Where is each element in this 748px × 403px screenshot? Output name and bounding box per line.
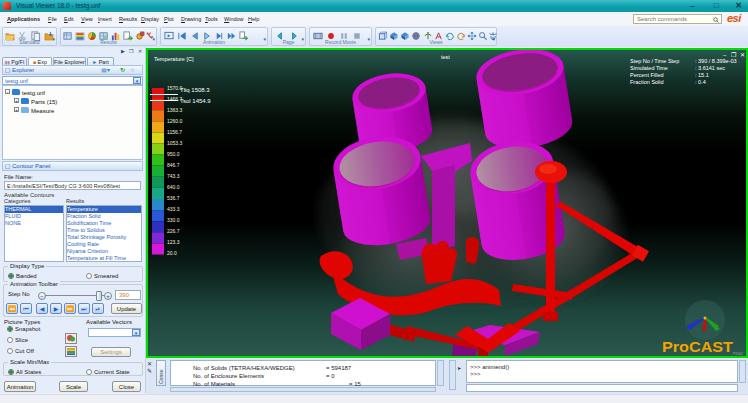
- svg-text:: 3.6141 sec: : 3.6141 sec: [695, 65, 725, 71]
- svg-text:Tsol 1454.9: Tsol 1454.9: [180, 98, 211, 104]
- svg-text:P1162: P1162: [733, 352, 743, 356]
- svg-text:❐: ❐: [731, 52, 737, 58]
- svg-text:ProCAST: ProCAST: [662, 339, 734, 355]
- svg-text:743.3: 743.3: [167, 173, 180, 179]
- svg-text:: 390 / 8.399e-03: : 390 / 8.399e-03: [695, 58, 737, 64]
- svg-text:226.7: 226.7: [167, 228, 180, 234]
- svg-text:1053.3: 1053.3: [167, 140, 183, 146]
- svg-text:536.7: 536.7: [167, 195, 180, 201]
- svg-text:Temperature [C]: Temperature [C]: [154, 56, 194, 62]
- svg-text:: 0.4: : 0.4: [695, 79, 706, 85]
- svg-text:Step No / Time Step: Step No / Time Step: [630, 58, 679, 64]
- svg-text:1156.7: 1156.7: [167, 129, 182, 135]
- svg-text:433.3: 433.3: [167, 206, 180, 212]
- svg-text:: 15.1: : 15.1: [695, 72, 709, 78]
- svg-text:846.7: 846.7: [167, 162, 180, 168]
- svg-text:20.0: 20.0: [167, 250, 177, 256]
- svg-text:Fraction Solid: Fraction Solid: [630, 79, 664, 85]
- svg-text:330.0: 330.0: [167, 217, 180, 223]
- svg-text:Percent Filled: Percent Filled: [630, 72, 664, 78]
- svg-text:test: test: [441, 54, 450, 60]
- svg-text:123.3: 123.3: [167, 239, 180, 245]
- svg-text:Simulated Time: Simulated Time: [630, 65, 668, 71]
- svg-text:✕: ✕: [740, 52, 745, 58]
- svg-text:640.0: 640.0: [167, 184, 180, 190]
- svg-text:1260.0: 1260.0: [167, 118, 183, 124]
- svg-text:950.0: 950.0: [167, 151, 180, 157]
- svg-text:1363.3: 1363.3: [167, 107, 183, 113]
- svg-text:Tliq 1508.3: Tliq 1508.3: [180, 87, 210, 93]
